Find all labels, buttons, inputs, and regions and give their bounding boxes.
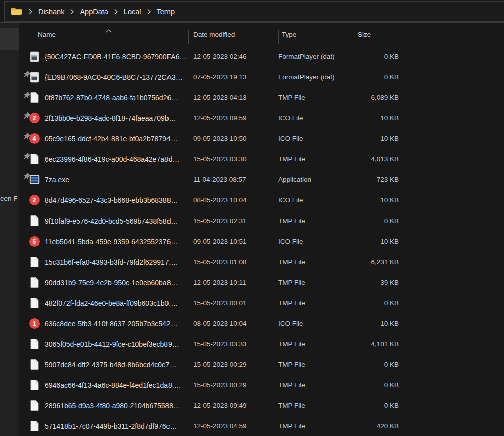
file-row[interactable]: 28961b65-d9a3-4f80-a980-2104b675588…12-0… [20, 395, 504, 416]
tmp-file-icon [28, 359, 40, 371]
file-size: 0 KB [355, 402, 399, 409]
application-icon [29, 175, 40, 184]
folder-icon [11, 7, 22, 16]
ico-file-icon: 2 [28, 194, 40, 206]
file-size: 0 KB [355, 361, 399, 368]
tmp-file-icon [28, 400, 40, 412]
file-row[interactable]: 28d47d496-6527-43c3-b668-ebb3b68388…08-0… [20, 190, 504, 210]
file-size: 6,231 KB [355, 258, 399, 266]
tmp-file-icon [30, 215, 39, 227]
file-type: TMP File [278, 340, 355, 348]
file-date-modified: 08-05-2023 10:04 [193, 196, 278, 204]
dat-file-icon [30, 51, 39, 62]
breadcrumb-item[interactable]: Temp [154, 6, 178, 17]
tmp-file-icon [28, 256, 40, 268]
breadcrumb-item[interactable]: Dishank [35, 6, 67, 17]
column-header-date-modified[interactable]: Date modified [193, 31, 235, 38]
column-header-size[interactable]: Size [358, 31, 371, 38]
file-name: 90dd31b9-75e9-4e2b-950c-1e0eb60ba8… [45, 279, 193, 287]
ico-file-icon: 2 [28, 112, 40, 124]
file-name: 0f87b762-87b0-4748-aab6-fa1b0756d26… [45, 94, 193, 102]
breadcrumb: DishankAppDataLocalTemp [26, 6, 178, 17]
file-row[interactable]: 7za.exe11-04-2023 08:57Application723 KB [20, 169, 504, 190]
file-row[interactable]: 482f072f-fda2-46e0-be8a-ff09b603c1b0.…15… [20, 293, 504, 313]
file-date-modified: 15-05-2023 00:29 [193, 361, 278, 368]
file-size: 10 KB [355, 238, 399, 245]
file-size: 10 KB [355, 135, 399, 142]
chevron-right-icon[interactable] [111, 9, 121, 15]
file-size: 420 KB [355, 422, 399, 430]
nav-item-highlight[interactable] [0, 28, 19, 50]
tmp-file-icon [28, 277, 40, 289]
file-row[interactable]: 511eb5041-5bda-459e-9359-6432552376…09-0… [20, 231, 504, 252]
column-header-type[interactable]: Type [282, 31, 296, 38]
address-bar[interactable]: DishankAppDataLocalTemp [4, 1, 504, 22]
breadcrumb-item[interactable]: AppData [77, 6, 111, 17]
file-row[interactable]: 1636c8dee-5fb3-410f-8637-205b7b3c542…08-… [20, 313, 504, 334]
tmp-file-icon [30, 92, 39, 103]
file-date-modified: 15-05-2023 03:33 [193, 340, 278, 348]
tmp-file-icon [28, 153, 40, 165]
file-date-modified: 07-05-2023 19:13 [193, 73, 278, 81]
chevron-right-icon[interactable] [26, 9, 35, 15]
column-resize-handle[interactable] [355, 30, 355, 44]
ico-badge-icon: 2 [29, 113, 40, 123]
column-resize-handle[interactable] [278, 30, 279, 44]
file-name: 571418b1-7c07-449b-b311-2f8d7df976c… [45, 422, 193, 430]
sidebar-item-partial[interactable]: een F [0, 195, 18, 202]
ico-file-icon: 5 [28, 236, 40, 248]
file-row[interactable]: {50C427AC-FD0B-41F6-8CBD-967900FA6…12-05… [20, 46, 504, 67]
tmp-file-icon [28, 420, 40, 432]
file-row[interactable]: 405c9e165-ddcf-42b4-881e-bf0a2b78794…09-… [20, 128, 504, 149]
file-row[interactable]: 9f10faf9-e576-42d0-bcd5-569b7438f58d…15-… [20, 210, 504, 231]
file-row[interactable]: 6ec23996-4f86-419c-a00d-468a42e7a8d…15-0… [20, 149, 504, 169]
file-name: 28961b65-d9a3-4f80-a980-2104b675588… [45, 402, 193, 410]
file-date-modified: 12-05-2023 09:49 [193, 402, 278, 409]
column-resize-handle[interactable] [404, 30, 404, 44]
chevron-right-icon[interactable] [144, 9, 154, 15]
file-row[interactable]: 571418b1-7c07-449b-b311-2f8d7df976c…12-0… [20, 416, 504, 436]
file-size: 6,089 KB [355, 94, 399, 101]
file-row[interactable]: 5907dc84-dff2-4375-b48d-8b6bcd4c0c7…15-0… [20, 354, 504, 375]
file-type: ICO File [278, 196, 355, 204]
file-type: ICO File [278, 135, 355, 142]
file-size: 10 KB [355, 320, 399, 327]
file-type: ICO File [278, 320, 355, 327]
file-row[interactable]: 3065f05d-e01b-4412-9fce-c10bef3ecb89…15-… [20, 334, 504, 354]
ico-file-icon: 1 [28, 318, 40, 330]
file-name: 3065f05d-e01b-4412-9fce-c10bef3ecb89… [45, 340, 193, 348]
breadcrumb-item[interactable]: Local [121, 6, 144, 17]
file-type: TMP File [278, 422, 355, 430]
file-type: TMP File [278, 279, 355, 286]
tmp-file-icon [30, 379, 39, 391]
tmp-file-icon [28, 379, 40, 391]
file-name: 482f072f-fda2-46e0-be8a-ff09b603c1b0.… [45, 299, 193, 307]
file-date-modified: 12-05-2023 04:13 [193, 94, 278, 101]
file-row[interactable]: {ED9B7068-9AC0-40C6-B8C7-13772CA3…07-05-… [20, 67, 504, 87]
file-name: 8d47d496-6527-43c3-b668-ebb3b68388… [45, 196, 193, 204]
column-header-name[interactable]: Name [38, 31, 56, 38]
file-name: 15c31b6f-efa0-4393-b3fd-79fd2f629917.… [45, 258, 193, 266]
file-name: 11eb5041-5bda-459e-9359-6432552376… [45, 238, 193, 246]
ico-badge-icon: 1 [29, 318, 40, 329]
file-size: 723 KB [355, 176, 399, 183]
file-name: 5907dc84-dff2-4375-b48d-8b6bcd4c0c7… [45, 361, 193, 369]
file-row[interactable]: 0f87b762-87b0-4748-aab6-fa1b0756d26…12-0… [20, 87, 504, 108]
file-date-modified: 15-05-2023 00:01 [193, 299, 278, 307]
file-row[interactable]: 90dd31b9-75e9-4e2b-950c-1e0eb60ba8…12-05… [20, 272, 504, 293]
file-size: 0 KB [355, 53, 399, 60]
file-row[interactable]: 22f13bb0e-b298-4adc-8f18-74faeaa709b…12-… [20, 108, 504, 128]
tmp-file-icon [30, 297, 39, 309]
file-type: TMP File [278, 381, 355, 389]
file-type: TMP File [278, 258, 355, 266]
file-row[interactable]: 15c31b6f-efa0-4393-b3fd-79fd2f629917.…15… [20, 252, 504, 272]
file-date-modified: 11-04-2023 08:57 [193, 176, 278, 183]
file-row[interactable]: 6946ac66-4f13-4a6c-884e-f4ed1fec1da8.…15… [20, 375, 504, 395]
file-size: 0 KB [355, 217, 399, 225]
column-resize-handle[interactable] [188, 30, 189, 44]
tmp-file-icon [30, 420, 39, 432]
dat-file-icon [28, 71, 40, 83]
dat-file-icon [28, 51, 40, 63]
file-type: FormatPlayer (dat) [278, 73, 355, 81]
chevron-right-icon[interactable] [67, 9, 77, 15]
